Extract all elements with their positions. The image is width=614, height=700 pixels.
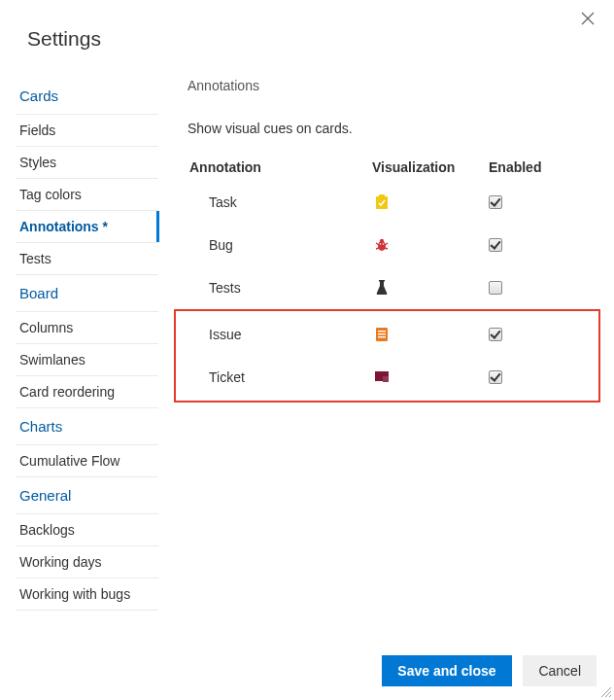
svg-rect-12 [379, 280, 385, 282]
svg-point-5 [380, 239, 384, 243]
svg-rect-14 [378, 331, 386, 332]
col-header-visualization: Visualization [372, 159, 489, 175]
sidebar-section-header: Cards [16, 78, 158, 115]
col-header-enabled: Enabled [489, 159, 557, 175]
enabled-checkbox[interactable] [489, 238, 502, 252]
svg-line-6 [376, 243, 379, 245]
table-row: Task [188, 181, 595, 224]
enabled-checkbox[interactable] [489, 370, 502, 384]
sidebar-item[interactable]: Styles [16, 147, 158, 179]
table-row: Issue [188, 313, 598, 356]
visualization-cell [372, 237, 489, 253]
sidebar-item[interactable]: Tests [16, 243, 158, 275]
task-icon [374, 194, 390, 210]
table-row: Tests [188, 266, 595, 309]
enabled-cell [489, 328, 557, 341]
ticket-icon [374, 369, 390, 385]
save-and-close-button[interactable]: Save and close [382, 655, 511, 686]
annotation-label: Task [188, 194, 372, 210]
annotation-label: Tests [188, 280, 372, 296]
sidebar: CardsFieldsStylesTag colorsAnnotations *… [0, 78, 158, 634]
footer: Save and close Cancel [374, 655, 597, 686]
enabled-checkbox[interactable] [489, 281, 502, 295]
svg-line-22 [609, 695, 611, 697]
svg-line-9 [385, 248, 388, 249]
close-button[interactable] [581, 12, 597, 27]
annotation-label: Ticket [188, 369, 372, 385]
sidebar-item[interactable]: Columns [16, 312, 158, 344]
resize-grip-icon[interactable] [598, 684, 612, 698]
sidebar-section-header: Charts [16, 408, 158, 445]
panel-description: Show visual cues on cards. [188, 121, 595, 136]
table-header: Annotation Visualization Enabled [188, 154, 595, 181]
sidebar-item[interactable]: Tag colors [16, 179, 158, 211]
visualization-cell [372, 369, 489, 385]
svg-point-10 [380, 243, 382, 245]
highlight-box: IssueTicket [174, 309, 600, 402]
table-row: Ticket [188, 356, 598, 399]
sidebar-item[interactable]: Working with bugs [16, 578, 158, 611]
tests-icon [374, 280, 390, 296]
table-row: Bug [188, 224, 595, 266]
visualization-cell [372, 280, 489, 296]
col-header-annotation: Annotation [188, 159, 372, 175]
enabled-checkbox[interactable] [489, 195, 502, 209]
enabled-cell [489, 195, 557, 209]
sidebar-item[interactable]: Fields [16, 115, 158, 147]
sidebar-item[interactable]: Annotations * [16, 211, 158, 243]
visualization-cell [372, 194, 489, 210]
svg-rect-15 [378, 333, 386, 334]
svg-line-8 [376, 248, 379, 249]
svg-rect-16 [378, 336, 386, 337]
bug-icon [374, 237, 390, 253]
panel-title: Annotations [188, 78, 595, 93]
enabled-cell [489, 370, 557, 384]
annotation-label: Bug [188, 237, 372, 253]
svg-point-11 [383, 243, 385, 245]
svg-line-7 [385, 243, 388, 245]
main-panel: Annotations Show visual cues on cards. A… [158, 78, 614, 634]
visualization-cell [372, 327, 489, 342]
dialog-title: Settings [0, 0, 614, 51]
svg-rect-3 [379, 194, 385, 197]
issue-icon [374, 327, 390, 342]
sidebar-section-header: General [16, 477, 158, 514]
enabled-checkbox[interactable] [489, 328, 502, 341]
close-icon [581, 12, 595, 25]
sidebar-section-header: Board [16, 275, 158, 312]
sidebar-item[interactable]: Backlogs [16, 514, 158, 546]
sidebar-item[interactable]: Card reordering [16, 376, 158, 408]
sidebar-item[interactable]: Swimlanes [16, 344, 158, 376]
sidebar-item[interactable]: Cumulative Flow [16, 445, 158, 477]
enabled-cell [489, 281, 557, 295]
cancel-button[interactable]: Cancel [523, 655, 597, 686]
sidebar-item[interactable]: Working days [16, 546, 158, 578]
enabled-cell [489, 238, 557, 252]
annotation-label: Issue [188, 327, 372, 342]
svg-rect-19 [383, 376, 389, 382]
